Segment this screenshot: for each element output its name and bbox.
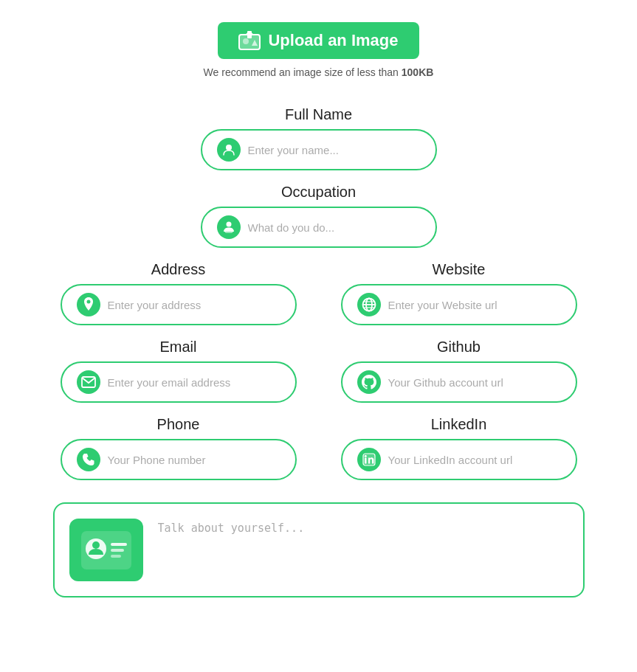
full-name-input[interactable]	[248, 144, 421, 156]
svg-point-5	[226, 145, 232, 150]
website-label: Website	[433, 261, 486, 278]
svg-point-6	[226, 222, 231, 227]
row-phone-linkedin: Phone LinkedIn	[38, 403, 599, 480]
phone-label: Phone	[157, 416, 200, 433]
full-name-input-wrapper[interactable]	[201, 129, 437, 170]
svg-point-21	[92, 541, 100, 549]
github-section: Github	[341, 325, 577, 403]
linkedin-input-wrapper[interactable]	[341, 439, 577, 480]
row-address-website: Address Website	[38, 248, 599, 325]
bio-textarea[interactable]	[158, 519, 568, 578]
linkedin-input[interactable]	[388, 454, 561, 466]
svg-rect-23	[111, 549, 124, 552]
github-input[interactable]	[388, 376, 561, 389]
email-section: Email	[61, 325, 297, 403]
row-email-github: Email Github	[38, 325, 599, 403]
github-label: Github	[437, 339, 481, 356]
bio-card-icon	[69, 519, 143, 581]
main-container: Upload an Image We recommend an image si…	[38, 22, 599, 650]
person-icon	[217, 138, 241, 162]
svg-point-18	[364, 455, 366, 457]
upload-button-label: Upload an Image	[268, 31, 398, 50]
email-input-wrapper[interactable]	[61, 361, 297, 403]
upload-image-button[interactable]: Upload an Image	[218, 22, 419, 59]
linkedin-section: LinkedIn	[341, 403, 577, 480]
linkedin-label: LinkedIn	[431, 416, 487, 433]
website-section: Website	[341, 248, 577, 325]
occupation-label: Occupation	[281, 184, 356, 201]
occupation-input-wrapper[interactable]	[201, 207, 437, 248]
address-section: Address	[61, 248, 297, 325]
svg-rect-17	[365, 458, 367, 464]
svg-point-9	[86, 300, 90, 304]
svg-marker-4	[245, 31, 254, 35]
phone-section: Phone	[61, 403, 297, 480]
full-name-section: Full Name	[38, 93, 599, 170]
website-input[interactable]	[388, 299, 561, 311]
globe-icon	[357, 293, 381, 316]
svg-rect-24	[111, 555, 121, 558]
phone-input[interactable]	[108, 454, 280, 466]
phone-icon	[77, 448, 100, 471]
upload-icon	[238, 31, 261, 50]
linkedin-icon	[357, 448, 381, 471]
address-input-wrapper[interactable]	[61, 284, 297, 325]
svg-point-1	[243, 38, 249, 44]
github-input-wrapper[interactable]	[341, 361, 577, 403]
email-icon	[77, 370, 100, 394]
location-icon	[77, 293, 100, 316]
occupation-icon	[217, 215, 241, 239]
recommend-text: We recommend an image size of less than …	[204, 66, 434, 78]
full-name-label: Full Name	[285, 106, 352, 123]
occupation-input[interactable]	[248, 221, 421, 234]
website-input-wrapper[interactable]	[341, 284, 577, 325]
github-icon	[357, 370, 381, 394]
address-input[interactable]	[108, 299, 280, 311]
svg-rect-22	[111, 543, 127, 546]
bio-section[interactable]	[53, 502, 585, 597]
email-input[interactable]	[108, 376, 280, 389]
phone-input-wrapper[interactable]	[61, 439, 297, 480]
email-label: Email	[159, 339, 196, 356]
occupation-section: Occupation	[38, 170, 599, 248]
address-label: Address	[151, 261, 205, 278]
